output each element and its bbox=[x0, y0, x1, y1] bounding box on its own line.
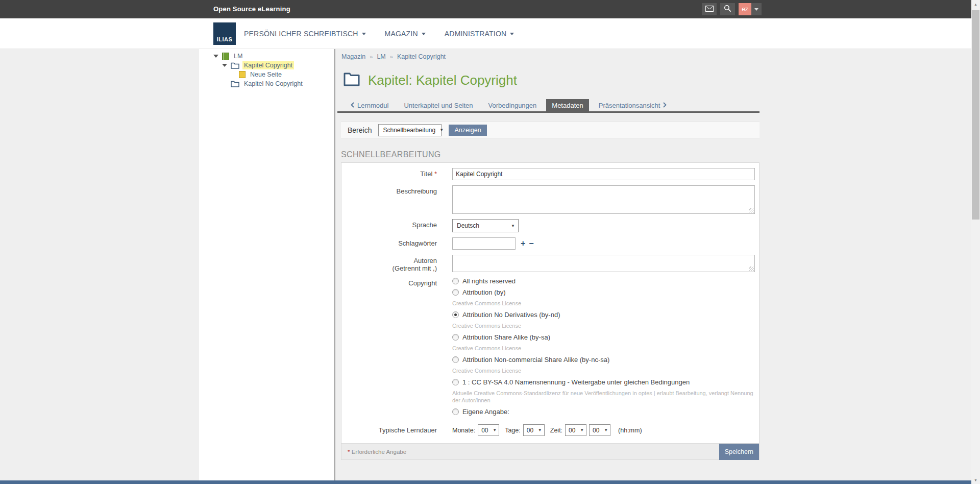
tree-expander-icon[interactable] bbox=[222, 64, 227, 67]
radio-attribution-by[interactable] bbox=[452, 289, 459, 296]
mail-icon bbox=[705, 5, 714, 14]
speichern-button[interactable]: Speichern bbox=[719, 444, 759, 460]
chevron-down-icon: ▼ bbox=[538, 428, 542, 432]
top-bar: Open Source eLearning ez bbox=[0, 0, 971, 18]
resize-handle-icon[interactable] bbox=[749, 267, 754, 271]
breadcrumb: Magazin » LM » Kapitel Copyright bbox=[341, 53, 446, 60]
vertical-scrollbar[interactable]: ▲ ▼ bbox=[971, 0, 980, 484]
chevron-down-icon: ▼ bbox=[604, 428, 608, 432]
tab-label: Unterkapitel und Seiten bbox=[404, 102, 473, 109]
copyright-label: Copyright bbox=[341, 277, 437, 419]
select-value: 00 bbox=[593, 427, 599, 434]
form-section-header: SCHNELLBEARBEITUNG bbox=[341, 150, 760, 159]
breadcrumb-separator: » bbox=[390, 54, 393, 60]
radio-label: Attribution Non-commercial Share Alike (… bbox=[462, 356, 609, 364]
tab-praesentationsansicht[interactable]: Präsentationsansicht bbox=[593, 99, 673, 111]
sprache-select[interactable]: Deutsch ▼ bbox=[452, 219, 519, 232]
scrollbar-thumb[interactable] bbox=[972, 10, 979, 220]
label-text: Titel bbox=[420, 170, 432, 178]
bottom-accent-bar bbox=[0, 480, 971, 484]
form-row-autoren: Autoren (Getrennt mit ,) bbox=[341, 255, 759, 272]
radio-label: 1 : CC BY-SA 4.0 Namensnennung - Weiterg… bbox=[462, 378, 690, 386]
bereich-label: Bereich bbox=[348, 126, 372, 134]
tab-metadaten[interactable]: Metadaten bbox=[546, 99, 589, 111]
search-icon bbox=[724, 5, 731, 14]
radio-all-rights-reserved[interactable] bbox=[452, 278, 459, 284]
search-button[interactable] bbox=[720, 3, 735, 15]
label-text: Autoren bbox=[413, 257, 437, 264]
radio-cc-by-sa-40[interactable] bbox=[452, 379, 459, 385]
form-row-lerndauer: Typische Lerndauer Monate: 00 ▼ Tage: 00… bbox=[341, 424, 759, 436]
radio-attribution-share-alike[interactable] bbox=[452, 334, 459, 341]
breadcrumb-link[interactable]: LM bbox=[377, 53, 385, 60]
select-value: 00 bbox=[527, 427, 533, 434]
chevron-down-icon: ▼ bbox=[439, 128, 444, 132]
tage-select[interactable]: 00 ▼ bbox=[523, 424, 545, 436]
tree-item-lm[interactable]: LM bbox=[199, 52, 334, 61]
schlagwoerter-input[interactable] bbox=[452, 237, 516, 250]
tree-item-neue-seite[interactable]: Neue Seite bbox=[199, 70, 334, 79]
copyright-option: Eigene Angabe: bbox=[452, 408, 759, 416]
page-header: Kapitel: Kapitel Copyright bbox=[344, 72, 517, 88]
tree-item-kapitel-no-copyright[interactable]: Kapitel No Copyright bbox=[199, 79, 334, 88]
page-title: Kapitel: Kapitel Copyright bbox=[368, 72, 517, 88]
sprache-label: Sprache bbox=[341, 219, 437, 232]
form-row-beschreibung: Beschreibung bbox=[341, 185, 759, 214]
monate-select[interactable]: 00 ▼ bbox=[478, 424, 499, 436]
add-icon[interactable]: + bbox=[521, 239, 525, 248]
radio-attribution-nc-share-alike[interactable] bbox=[452, 356, 459, 363]
breadcrumb-link[interactable]: Magazin bbox=[341, 53, 365, 60]
radio-attribution-no-derivatives[interactable] bbox=[452, 311, 459, 318]
form-row-sprache: Sprache Deutsch ▼ bbox=[341, 219, 759, 232]
license-note: Aktuelle Creative Commons-Standardlizenz… bbox=[452, 390, 753, 404]
menu-label: PERSÖNLICHER SCHREIBTISCH bbox=[244, 30, 358, 38]
chevron-right-icon bbox=[663, 102, 667, 109]
tree-item-kapitel-copyright[interactable]: Kapitel Copyright bbox=[199, 61, 334, 70]
radio-label: Eigene Angabe: bbox=[462, 408, 509, 416]
tab-lernmodul[interactable]: Lernmodul bbox=[345, 99, 394, 111]
hhmm-hint: (hh:mm) bbox=[618, 427, 642, 434]
minuten-select[interactable]: 00 ▼ bbox=[589, 424, 610, 436]
bereich-select[interactable]: Schnellbearbeitung ▼ bbox=[378, 124, 442, 136]
form-row-schlagwoerter: Schlagwörter + − bbox=[341, 237, 759, 250]
folder-icon bbox=[231, 81, 239, 87]
beschreibung-textarea[interactable] bbox=[452, 185, 755, 214]
resize-handle-icon[interactable] bbox=[749, 208, 754, 213]
menu-administration[interactable]: ADMINISTRATION bbox=[445, 30, 514, 38]
menu-persoenlicher-schreibtisch[interactable]: PERSÖNLICHER SCHREIBTISCH bbox=[244, 30, 366, 38]
schlagwoerter-label: Schlagwörter bbox=[341, 237, 437, 250]
stunden-select[interactable]: 00 ▼ bbox=[565, 424, 586, 436]
breadcrumb-link[interactable]: Kapitel Copyright bbox=[397, 53, 446, 60]
select-value: 00 bbox=[481, 427, 488, 434]
remove-icon[interactable]: − bbox=[529, 239, 533, 248]
tab-vorbedingungen[interactable]: Vorbedingungen bbox=[483, 99, 543, 111]
main-nav-bar: ILIAS PERSÖNLICHER SCHREIBTISCH MAGAZIN … bbox=[0, 18, 971, 49]
form-footer: * Erforderliche Angabe Speichern bbox=[341, 443, 759, 459]
avatar[interactable]: ez bbox=[739, 3, 751, 15]
folder-icon bbox=[231, 62, 239, 69]
ilias-logo[interactable]: ILIAS bbox=[213, 22, 236, 45]
tree-item-label: LM bbox=[232, 52, 244, 60]
tree-item-label: Kapitel Copyright bbox=[242, 61, 294, 69]
tree-expander-icon[interactable] bbox=[213, 55, 218, 58]
autoren-textarea[interactable] bbox=[452, 255, 755, 272]
required-mark: * bbox=[348, 449, 350, 455]
user-menu-button[interactable] bbox=[751, 3, 762, 15]
radio-eigene-angabe[interactable] bbox=[452, 408, 459, 415]
menu-magazin[interactable]: MAGAZIN bbox=[385, 30, 426, 38]
tab-unterkapitel-und-seiten[interactable]: Unterkapitel und Seiten bbox=[398, 99, 478, 111]
scroll-down-icon[interactable]: ▼ bbox=[971, 476, 980, 484]
scroll-up-icon[interactable]: ▲ bbox=[971, 0, 980, 8]
form-row-copyright: Copyright All rights reserved Attributio… bbox=[341, 277, 759, 419]
copyright-option: Attribution (by) bbox=[452, 288, 759, 296]
copyright-option: Attribution No Derivatives (by-nd) bbox=[452, 311, 759, 319]
license-note: Creative Commons License bbox=[452, 367, 753, 374]
anzeigen-button[interactable]: Anzeigen bbox=[449, 125, 486, 136]
titel-input[interactable] bbox=[452, 168, 755, 180]
radio-label: Attribution Share Alike (by-sa) bbox=[462, 333, 550, 341]
license-note: Creative Commons License bbox=[452, 300, 753, 307]
tree-item-label: Kapitel No Copyright bbox=[242, 80, 304, 88]
select-value: Schnellbearbeitung bbox=[383, 127, 435, 134]
mail-button[interactable] bbox=[702, 3, 717, 15]
license-note: Creative Commons License bbox=[452, 322, 753, 329]
